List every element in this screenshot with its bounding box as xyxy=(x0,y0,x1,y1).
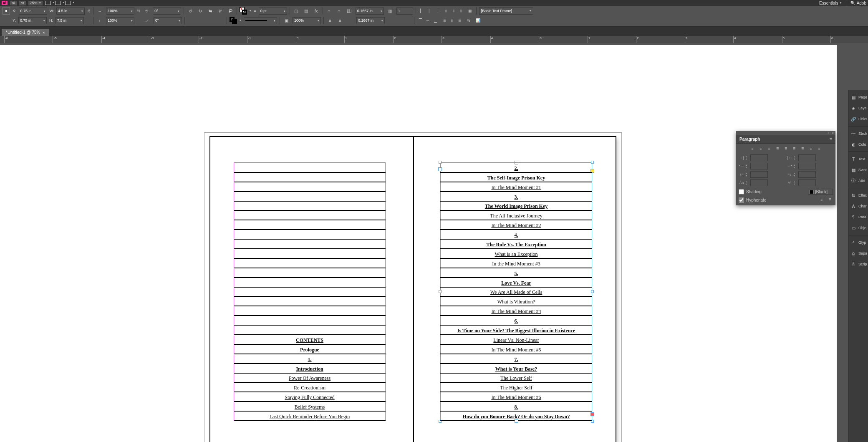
dist-right-icon[interactable]: ⫴ xyxy=(458,8,464,14)
text-align-top-icon[interactable]: ≡ xyxy=(326,7,333,15)
align-center-icon[interactable]: ≡ xyxy=(757,146,765,152)
text-frame-right-selected[interactable]: 2.The Self-Image Prison KeyIn The Mind M… xyxy=(440,162,592,421)
toc-row[interactable]: Belief Systems xyxy=(234,402,386,412)
align-vcenter-icon[interactable]: ─ xyxy=(424,18,431,23)
toc-row[interactable]: In The Mind Moment #1 xyxy=(440,182,592,192)
dist-bottom-icon[interactable]: ⫼ xyxy=(456,18,463,23)
panel-strip-item[interactable]: ▭Obje xyxy=(848,222,868,233)
flip-h-icon[interactable]: ⇋ xyxy=(207,7,214,15)
effects-icon[interactable]: fx xyxy=(313,7,320,15)
toc-row[interactable]: Is Time on Your Side? The Biggest Illusi… xyxy=(440,326,592,335)
dist-top-icon[interactable]: ⫼ xyxy=(441,18,448,23)
drop-cap-lines-field[interactable] xyxy=(750,179,768,186)
justify-right-icon[interactable]: ≣ xyxy=(790,146,798,152)
dist-vcenter-icon[interactable]: ⫼ xyxy=(449,18,455,23)
toc-row[interactable]: Staying Fully Connected xyxy=(234,392,386,402)
screen-mode-icon[interactable] xyxy=(55,1,61,5)
panel-strip-item[interactable]: §Scrip xyxy=(848,259,868,270)
arrange-docs-icon[interactable] xyxy=(65,1,71,5)
panel-strip-item[interactable]: 〰Strok xyxy=(848,128,868,139)
dist-left-icon[interactable]: ⫴ xyxy=(443,8,449,14)
corner-options-icon[interactable]: ▢ xyxy=(293,7,300,15)
toc-row[interactable]: We Are All Made of Cells xyxy=(440,288,592,297)
panel-strip-item[interactable]: ◈Laye xyxy=(848,103,868,114)
align-right-icon[interactable]: ▕ xyxy=(434,8,440,14)
stock-button[interactable]: St xyxy=(19,1,26,5)
toc-row[interactable]: 4. xyxy=(440,230,592,240)
x-field[interactable]: 0.75 in xyxy=(19,8,47,15)
fill-stroke-proxy[interactable] xyxy=(240,7,247,15)
scale-x-field[interactable]: 100% xyxy=(106,8,134,15)
toc-row[interactable]: In The Mind Moment #2 xyxy=(440,220,592,230)
text-wrap-icon[interactable]: ▤ xyxy=(303,7,310,15)
first-line-indent-field[interactable] xyxy=(750,163,768,169)
stroke-fill-proxy-2[interactable] xyxy=(230,17,237,24)
scale-y-field[interactable]: 100% xyxy=(106,17,134,24)
toc-row[interactable]: Re-Creationism xyxy=(234,383,386,392)
zoom-level-select[interactable]: 75% xyxy=(28,1,43,5)
align-bottom-icon[interactable]: ▁ xyxy=(432,18,439,23)
panel-strip-item[interactable]: AChar xyxy=(848,201,868,212)
fill-dropdown-icon[interactable]: ▾ xyxy=(250,9,251,13)
align-left-icon[interactable]: ≡ xyxy=(749,146,756,152)
panel-strip-item[interactable]: ▦Swat xyxy=(848,164,868,175)
justify-all-icon[interactable]: ≣ xyxy=(799,146,806,152)
column-gap-h-field[interactable]: 0.1667 in xyxy=(356,17,385,24)
constrain-wh-icon[interactable]: ⛓ xyxy=(87,9,91,13)
toc-row[interactable]: What is Your Base? xyxy=(440,364,592,374)
panel-strip-item[interactable]: ⓘAttri xyxy=(848,175,868,186)
panel-strip-item[interactable]: ⎙Sepa xyxy=(848,248,868,259)
align-stats-icon[interactable]: 📊 xyxy=(474,18,481,23)
text-frame-left[interactable]: CONTENTSPrologue1.IntroductionPower Of A… xyxy=(234,162,386,421)
workspace-switcher[interactable]: Essentials xyxy=(819,1,842,5)
toc-row[interactable]: In The Mind Moment #6 xyxy=(440,392,592,402)
drop-cap-chars-field[interactable] xyxy=(798,179,816,186)
toc-row[interactable]: 1. xyxy=(234,354,386,364)
view-option-icon[interactable] xyxy=(45,1,51,5)
baseline-grid-off-icon[interactable]: ≡ xyxy=(819,198,825,203)
bridge-button[interactable]: Br xyxy=(10,1,17,5)
align-to-icon[interactable]: ▦ xyxy=(467,8,474,14)
space-after-field[interactable] xyxy=(798,171,816,178)
shear-field[interactable]: 0° xyxy=(154,17,182,24)
columns-icon[interactable]: ⿲ xyxy=(346,7,353,15)
toc-row[interactable]: 2. xyxy=(440,163,592,173)
panel-strip-item[interactable]: 🔗Links xyxy=(848,114,868,124)
toc-row[interactable]: Introduction xyxy=(234,364,386,374)
stroke-style-select[interactable] xyxy=(244,17,277,24)
align-left-icon[interactable]: ▏ xyxy=(419,8,425,14)
panel-strip-item[interactable]: ▤Page xyxy=(848,92,868,103)
left-indent-field[interactable] xyxy=(750,154,768,161)
toc-row[interactable]: What is an Exception xyxy=(440,249,592,259)
shading-checkbox-row[interactable]: Shading xyxy=(739,189,762,194)
panel-strip-item[interactable]: TText xyxy=(848,154,868,164)
panel-menu-icon[interactable]: ≡ xyxy=(830,137,832,141)
stroke-weight-field[interactable]: 0 pt xyxy=(259,8,287,15)
panel-strip-item[interactable]: ◐Colo xyxy=(848,139,868,150)
reference-point[interactable] xyxy=(3,7,10,15)
rotation-field[interactable]: 0° xyxy=(153,8,181,15)
align-away-spine-icon[interactable]: ≡ xyxy=(815,146,823,152)
close-tab-icon[interactable]: × xyxy=(43,30,45,35)
toc-row[interactable]: How do you Bounce Back? Or do you Stay D… xyxy=(440,412,592,421)
text-align-center-icon[interactable]: ≡ xyxy=(336,7,343,15)
panel-strip-item[interactable]: fxEffec xyxy=(848,190,868,201)
pasteboard[interactable]: CONTENTSPrologue1.IntroductionPower Of A… xyxy=(0,45,837,442)
align-hcenter-icon[interactable]: │ xyxy=(426,8,433,14)
toc-row[interactable]: The Rule Vs. The Exception xyxy=(440,240,592,249)
constrain-scale-icon[interactable]: ⛓ xyxy=(137,9,140,13)
panel-strip-item[interactable]: ¶Para xyxy=(848,212,868,222)
horizontal-ruler[interactable] xyxy=(0,36,868,43)
y-field[interactable]: 0.75 in xyxy=(18,17,47,24)
hyphenate-checkbox-row[interactable]: Hyphenate xyxy=(739,197,766,203)
toc-row[interactable]: In The Mind Moment #4 xyxy=(440,306,592,316)
w-field[interactable]: 4.5 in xyxy=(56,8,85,15)
column-gutter-field[interactable]: 100% xyxy=(293,17,321,24)
canvas[interactable]: CONTENTSPrologue1.IntroductionPower Of A… xyxy=(0,45,868,442)
column-count-field[interactable]: 1 xyxy=(396,8,413,15)
toc-row[interactable]: The Self-Image Prison Key xyxy=(440,173,592,182)
align-toward-spine-icon[interactable]: ≡ xyxy=(807,146,815,152)
right-indent-field[interactable] xyxy=(798,154,816,161)
align-right-icon[interactable]: ≡ xyxy=(765,146,773,152)
document-tab[interactable]: *Untitled-1 @ 75% × xyxy=(2,29,49,36)
